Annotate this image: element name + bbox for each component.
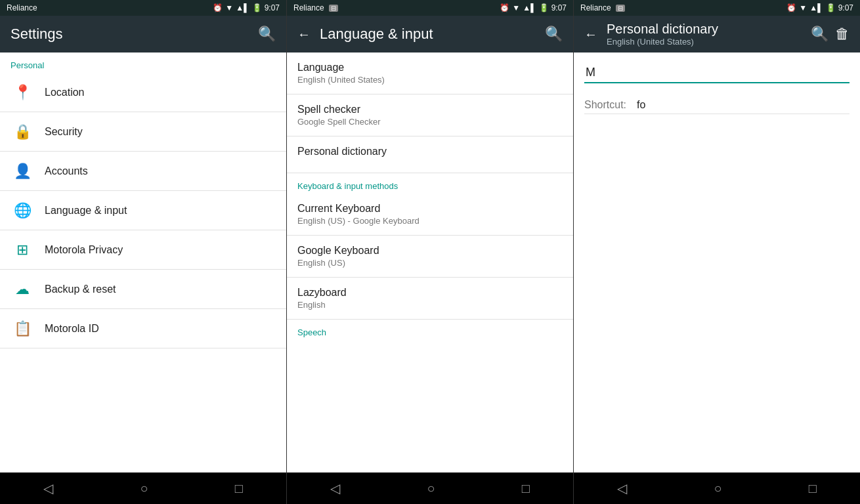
language-input-app-bar: ← Language & input 🔍: [287, 16, 573, 52]
location-item[interactable]: 📍 Location: [0, 73, 286, 112]
language-input-text: Language & input: [45, 205, 276, 217]
lazyboard-subtitle: English: [297, 300, 563, 310]
spell-checker-subtitle: Google Spell Checker: [297, 117, 563, 127]
reliance-badge-3: ⊟: [616, 5, 625, 12]
language-item-subtitle: English (United States): [297, 75, 563, 85]
nav-bar-1: ◁ ○ □: [0, 472, 286, 504]
recents-button-3[interactable]: □: [796, 476, 830, 501]
signal-icon: ▲▌: [236, 3, 249, 12]
reliance-logo-2: Reliance: [293, 3, 324, 12]
reliance-badge: ⊟: [329, 5, 338, 12]
status-bar-2: Reliance ⊟ ⏰ ▼ ▲▌ 🔋 9:07: [287, 0, 573, 16]
backup-reset-item[interactable]: ☁ Backup & reset: [0, 270, 286, 309]
signal-icon-3: ▲▌: [809, 3, 823, 12]
time-2: 9:07: [551, 3, 567, 12]
language-input-bar-title: Language & input: [320, 26, 538, 43]
wifi-icon-3: ▼: [799, 3, 807, 12]
alarm-icon-2: ⏰: [500, 3, 509, 12]
location-text: Location: [45, 87, 276, 98]
battery-icon: 🔋: [252, 3, 262, 12]
settings-title: Settings: [11, 26, 251, 43]
status-bar-3: Reliance ⊟ ⏰ ▼ ▲▌ 🔋 9:07: [574, 0, 860, 16]
pd-search-icon[interactable]: 🔍: [811, 26, 828, 43]
status-icons-2: ⏰ ▼ ▲▌ 🔋 9:07: [500, 3, 567, 12]
security-title: Security: [45, 126, 276, 138]
accounts-item[interactable]: 👤 Accounts: [0, 152, 286, 191]
language-input-item[interactable]: 🌐 Language & input: [0, 191, 286, 230]
current-keyboard-title: Current Keyboard: [297, 203, 563, 215]
personal-section-label: Personal: [0, 52, 286, 73]
back-button-3[interactable]: ◁: [604, 475, 640, 501]
current-keyboard-subtitle: English (US) - Google Keyboard: [297, 216, 563, 226]
location-title: Location: [45, 87, 276, 98]
settings-panel: Reliance ⏰ ▼ ▲▌ 🔋 9:07 Settings 🔍 Person…: [0, 0, 287, 504]
backup-reset-icon: ☁: [11, 281, 34, 298]
battery-icon-3: 🔋: [826, 3, 836, 12]
carrier-1: Reliance: [7, 3, 37, 12]
settings-app-bar: Settings 🔍: [0, 16, 286, 52]
motorola-id-icon: 📋: [11, 320, 34, 337]
time-3: 9:07: [838, 3, 853, 12]
language-item[interactable]: Language English (United States): [287, 52, 573, 94]
pd-delete-icon[interactable]: 🗑: [835, 26, 849, 43]
language-input-title: Language & input: [45, 205, 276, 217]
accounts-icon: 👤: [11, 163, 34, 180]
pd-titles: Personal dictionary English (United Stat…: [607, 22, 804, 47]
back-arrow-2[interactable]: ←: [297, 27, 311, 42]
motorola-id-title: Motorola ID: [45, 323, 276, 335]
pd-subtitle: English (United States): [607, 37, 804, 47]
home-button-2[interactable]: ○: [414, 476, 448, 501]
recents-button-1[interactable]: □: [222, 476, 256, 501]
motorola-privacy-title: Motorola Privacy: [45, 244, 276, 256]
battery-icon-2: 🔋: [539, 3, 549, 12]
carrier-2: Reliance ⊟: [293, 3, 338, 12]
home-button-3[interactable]: ○: [700, 476, 735, 501]
status-icons-3: ⏰ ▼ ▲▌ 🔋 9:07: [786, 3, 853, 12]
recents-button-2[interactable]: □: [509, 476, 543, 501]
back-arrow-3[interactable]: ←: [584, 27, 597, 42]
shortcut-input[interactable]: [637, 99, 849, 111]
speech-section-label: Speech: [287, 320, 573, 340]
motorola-privacy-icon: ⊞: [11, 242, 34, 259]
language-item-title: Language: [297, 62, 563, 74]
personal-dictionary-item[interactable]: Personal dictionary: [287, 136, 573, 173]
backup-reset-text: Backup & reset: [45, 284, 276, 295]
wifi-icon: ▼: [225, 3, 233, 12]
pd-form: Shortcut:: [574, 52, 860, 125]
reliance-logo-3: Reliance: [580, 3, 611, 12]
alarm-icon-3: ⏰: [786, 3, 796, 12]
google-keyboard-item[interactable]: Google Keyboard English (US): [287, 236, 573, 278]
signal-icon-2: ▲▌: [523, 3, 536, 12]
keyboard-section-label: Keyboard & input methods: [287, 173, 573, 194]
security-item[interactable]: 🔒 Security: [0, 112, 286, 152]
lazyboard-item[interactable]: Lazyboard English: [287, 278, 573, 320]
shortcut-row: Shortcut:: [584, 99, 849, 114]
nav-bar-3: ◁ ○ □: [574, 472, 860, 504]
language-icon: 🌐: [11, 202, 34, 219]
language-search-icon[interactable]: 🔍: [545, 26, 563, 43]
pd-title: Personal dictionary: [607, 22, 804, 37]
motorola-privacy-item[interactable]: ⊞ Motorola Privacy: [0, 230, 286, 270]
spell-checker-item[interactable]: Spell checker Google Spell Checker: [287, 94, 573, 136]
lazyboard-title: Lazyboard: [297, 287, 563, 299]
status-icons-1: ⏰ ▼ ▲▌ 🔋 9:07: [213, 3, 280, 12]
back-button-2[interactable]: ◁: [317, 475, 353, 501]
current-keyboard-item[interactable]: Current Keyboard English (US) - Google K…: [287, 194, 573, 236]
location-icon: 📍: [11, 84, 34, 101]
word-input[interactable]: [584, 63, 849, 83]
back-button-1[interactable]: ◁: [30, 475, 66, 501]
language-input-content: Language English (United States) Spell c…: [287, 52, 573, 472]
language-input-panel: Reliance ⊟ ⏰ ▼ ▲▌ 🔋 9:07 ← Language & in…: [287, 0, 574, 504]
motorola-id-item[interactable]: 📋 Motorola ID: [0, 309, 286, 348]
home-button-1[interactable]: ○: [127, 476, 161, 501]
settings-search-icon[interactable]: 🔍: [258, 26, 276, 43]
accounts-title: Accounts: [45, 165, 276, 177]
time-1: 9:07: [265, 3, 280, 12]
spell-checker-title: Spell checker: [297, 104, 563, 116]
shortcut-label: Shortcut:: [584, 99, 626, 111]
status-bar-1: Reliance ⏰ ▼ ▲▌ 🔋 9:07: [0, 0, 286, 16]
wifi-icon-2: ▼: [512, 3, 520, 12]
personal-dictionary-app-bar: ← Personal dictionary English (United St…: [574, 16, 860, 52]
accounts-text: Accounts: [45, 165, 276, 177]
security-text: Security: [45, 126, 276, 138]
